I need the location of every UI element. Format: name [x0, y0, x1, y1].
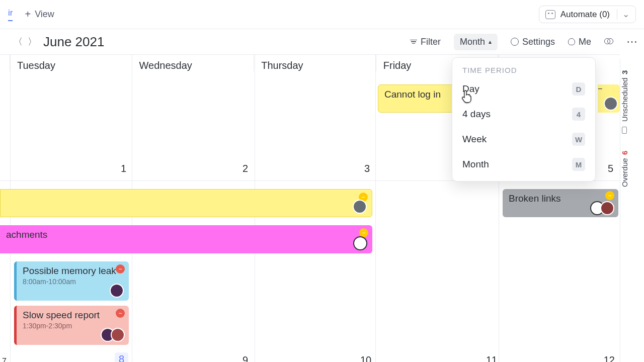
more-button[interactable]: ⋯: [626, 35, 638, 48]
unscheduled-label: Unscheduled: [620, 77, 629, 122]
dropdown-item-key: W: [572, 133, 585, 146]
filter-button[interactable]: Filter: [410, 37, 441, 47]
unscheduled-count: 3: [620, 70, 629, 74]
event-slow-speed[interactable]: Slow speed report 1:30pm-2:30pm −: [14, 306, 129, 345]
plus-icon: +: [25, 9, 31, 20]
date-number: 12: [604, 354, 615, 362]
date-number: 5: [608, 163, 613, 174]
timeperiod-button[interactable]: Month ▴: [454, 34, 498, 50]
event-time: 1:30pm-2:30pm: [23, 322, 100, 330]
status-badge-icon: −: [116, 264, 125, 274]
day-header-thursday: Thursday: [254, 55, 376, 71]
dropdown-item-label: Month: [462, 159, 489, 170]
timeperiod-label: Month: [460, 37, 485, 47]
overdue-count: 6: [620, 151, 629, 155]
avatar: [353, 200, 367, 214]
day-header-wednesday: Wednesday: [132, 55, 255, 71]
avatar: [110, 284, 124, 298]
people-button[interactable]: [604, 38, 613, 45]
prev-button[interactable]: 〈: [11, 35, 25, 49]
automate-label: Automate (0): [560, 10, 610, 20]
event-title: Cannot log in: [384, 89, 441, 100]
date-number: 10: [360, 354, 371, 362]
dropdown-item-day[interactable]: Day D: [452, 76, 595, 102]
event-attachments[interactable]: achments −: [0, 225, 372, 253]
automate-button[interactable]: Automate (0) ⌄: [539, 6, 636, 23]
dropdown-item-label: Week: [462, 134, 487, 145]
date-number: 7: [2, 357, 7, 362]
gear-icon: [511, 38, 519, 46]
add-view-label: View: [35, 9, 54, 20]
timeperiod-dropdown: TIME PERIOD Day D 4 days 4 Week W Month …: [452, 57, 596, 182]
avatar: [111, 328, 125, 342]
event-title: Broken links: [509, 193, 561, 204]
date-number: 1: [121, 163, 126, 174]
filter-icon: [410, 39, 417, 45]
overdue-label: Overdue: [620, 158, 629, 187]
date-number: 11: [486, 354, 497, 362]
event-title: Possible memory leak: [23, 265, 116, 277]
chevron-down-icon: ⌄: [617, 9, 629, 20]
robot-icon: [545, 10, 555, 19]
filter-label: Filter: [421, 37, 441, 47]
dropdown-item-key: 4: [572, 108, 585, 121]
overdue-tab[interactable]: Overdue 6: [620, 144, 629, 194]
right-sidebar: Unscheduled 3 Overdue 6: [620, 59, 644, 362]
dropdown-item-month[interactable]: Month M: [452, 152, 595, 177]
panel-icon: [622, 127, 627, 134]
dropdown-item-key: D: [572, 82, 585, 96]
date-number: 9: [243, 354, 248, 362]
me-button[interactable]: Me: [568, 37, 591, 47]
dropdown-item-key: M: [572, 158, 585, 171]
event-broken-links[interactable]: Broken links −: [503, 189, 618, 217]
event-time: 8:00am-10:00am: [23, 278, 116, 286]
unscheduled-tab[interactable]: Unscheduled 3: [620, 63, 629, 140]
me-label: Me: [579, 37, 591, 47]
current-view-tab[interactable]: ir: [8, 8, 13, 21]
dropdown-item-4days[interactable]: 4 days 4: [452, 102, 595, 127]
person-icon: [568, 38, 575, 45]
day-header-tuesday: Tuesday: [10, 55, 132, 71]
event-title: Slow speed report: [23, 310, 100, 321]
avatar: [353, 236, 367, 250]
status-badge-icon: −: [598, 84, 602, 93]
caret-up-icon: ▴: [489, 38, 492, 45]
settings-label: Settings: [522, 37, 555, 47]
dropdown-header: TIME PERIOD: [452, 65, 595, 76]
avatar: [604, 97, 618, 111]
event-memory-leak[interactable]: Possible memory leak 8:00am-10:00am −: [14, 261, 129, 301]
date-number: 2: [243, 163, 248, 174]
next-button[interactable]: 〉: [25, 35, 39, 49]
date-number: 3: [364, 163, 370, 174]
dropdown-item-label: Day: [462, 83, 479, 95]
status-badge-icon: −: [605, 191, 614, 200]
calendar-title: June 2021: [43, 34, 104, 50]
date-number-selected[interactable]: 8: [115, 352, 128, 362]
add-view-button[interactable]: + View: [25, 9, 54, 20]
dropdown-item-label: 4 days: [462, 109, 491, 120]
people-icon: [604, 38, 613, 45]
settings-button[interactable]: Settings: [511, 37, 555, 47]
event-cannot-login-tail[interactable]: −: [598, 84, 620, 113]
avatar: [600, 201, 614, 215]
dropdown-item-week[interactable]: Week W: [452, 127, 595, 152]
status-badge-icon: −: [116, 309, 125, 318]
event-yellow-bar[interactable]: −: [0, 189, 372, 217]
event-title: achments: [6, 229, 47, 240]
